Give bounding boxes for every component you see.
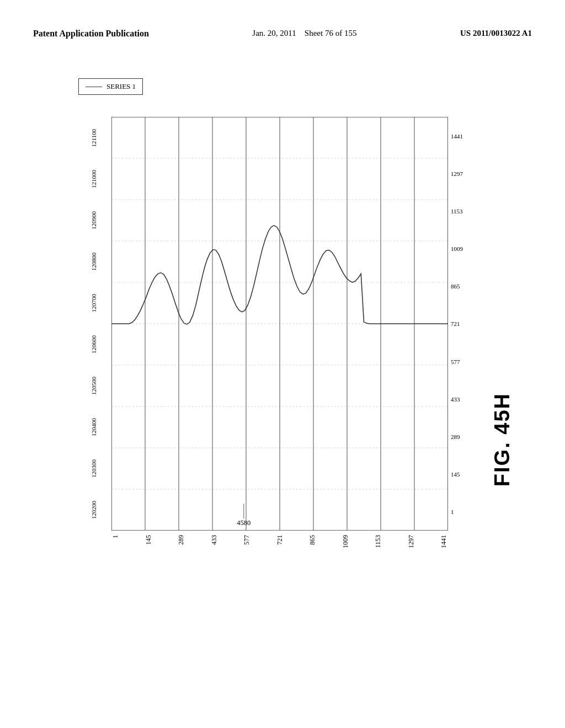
- right-label-9: 1297: [451, 170, 463, 177]
- y-label-1: 120300: [73, 459, 111, 478]
- right-label-4: 577: [451, 358, 460, 365]
- right-label-1: 145: [451, 471, 460, 478]
- y-label-2: 120400: [73, 418, 111, 436]
- content-area: SERIES 1 120200 120300 120400 120500 120…: [0, 51, 565, 619]
- x-label-8: 1153: [374, 535, 382, 548]
- x-label-7: 1009: [342, 535, 350, 548]
- publication-date-sheet: Jan. 20, 2011 Sheet 76 of 155: [252, 28, 356, 39]
- y-label-8: 121000: [73, 170, 111, 188]
- x-label-9: 1297: [407, 535, 415, 548]
- right-label-2: 289: [451, 433, 460, 440]
- legend-series-label: SERIES 1: [106, 82, 136, 91]
- x-label-10: 1441: [440, 535, 448, 548]
- right-label-5: 721: [451, 320, 460, 327]
- right-label-6: 865: [451, 283, 460, 290]
- sheet-info: Sheet 76 of 155: [305, 29, 357, 38]
- x-label-1: 145: [145, 535, 153, 545]
- x-label-3: 433: [210, 535, 218, 545]
- chart-svg: 4580: [111, 117, 448, 531]
- right-label-10: 1441: [451, 133, 463, 140]
- chart-legend: SERIES 1: [78, 78, 143, 95]
- right-label-3: 433: [451, 396, 460, 403]
- right-label-7: 1009: [451, 245, 463, 252]
- right-label-0: 1: [451, 508, 454, 515]
- page-header: Patent Application Publication Jan. 20, …: [0, 0, 565, 51]
- publication-title: Patent Application Publication: [33, 28, 149, 40]
- plot-area: 4580: [111, 117, 448, 531]
- right-label-8: 1153: [451, 208, 463, 215]
- figure-label: FIG. 45H: [491, 393, 514, 486]
- y-axis-labels: 120200 120300 120400 120500 120600 12070…: [73, 117, 111, 531]
- y-label-6: 120800: [73, 253, 111, 271]
- chart-container: SERIES 1 120200 120300 120400 120500 120…: [73, 73, 503, 597]
- x-label-5: 721: [276, 535, 284, 545]
- legend-line-icon: [86, 87, 102, 88]
- x-label-6: 865: [308, 535, 317, 545]
- y-label-3: 120500: [73, 377, 111, 395]
- x-label-2: 289: [177, 535, 185, 545]
- y-label-0: 120200: [73, 501, 111, 519]
- x-label-4: 577: [243, 535, 251, 545]
- x-label-0: 1: [111, 535, 120, 538]
- y-label-9: 121100: [73, 129, 111, 147]
- x-axis-labels: 1 145 289 433 577 721 865 1009 1153 1297…: [111, 531, 448, 597]
- publication-date: Jan. 20, 2011: [252, 29, 296, 38]
- y-label-7: 120900: [73, 211, 111, 229]
- y-label-4: 120600: [73, 335, 111, 354]
- publication-number: US 2011/0013022 A1: [460, 28, 532, 39]
- y-label-5: 120700: [73, 294, 111, 312]
- svg-text:4580: 4580: [237, 520, 250, 527]
